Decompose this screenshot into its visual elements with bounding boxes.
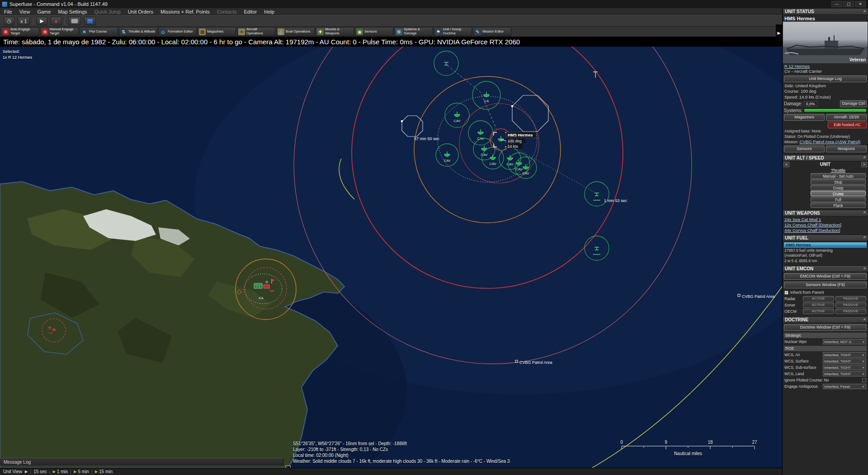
- collapse-icon[interactable]: ^: [863, 155, 866, 160]
- menu-file[interactable]: File: [4, 9, 12, 14]
- oecm-passive-button[interactable]: PASSIVE: [835, 309, 867, 314]
- nuclear-wpn-dropdown[interactable]: Inherited, NOT G ▼: [823, 339, 866, 344]
- mission-line: Mission: CVBG Patrol Area (ASW Patrol): [783, 139, 868, 145]
- view-mode-label[interactable]: Unit View: [3, 469, 22, 474]
- menu-help[interactable]: Help: [264, 9, 274, 14]
- emcon-window-button[interactable]: EMCON Window (Ctrl + F9): [784, 273, 867, 280]
- unit-class-link[interactable]: R 12 Hermes: [783, 63, 868, 69]
- unit-emcon-header[interactable]: UNIT EMCON ^: [783, 265, 868, 272]
- collapse-icon[interactable]: ^: [863, 318, 866, 322]
- mission-link[interactable]: CVBG Patrol Area (ASW Patrol): [800, 139, 861, 144]
- ribbon-mounts-weapons[interactable]: ✚Mounts & Weapons: [316, 27, 354, 36]
- printer-icon[interactable]: [68, 17, 81, 25]
- ignore-plotted-course-row[interactable]: Ignore Plotted Course: No: [783, 377, 868, 383]
- speed-1-min[interactable]: ▶ 1 min: [53, 469, 68, 474]
- unit-message-log-button[interactable]: Unit Message Log: [784, 75, 867, 82]
- sonar-passive-button[interactable]: PASSIVE: [835, 302, 867, 308]
- minimize-button[interactable]: —: [831, 1, 842, 7]
- manual-set-auto-button[interactable]: Manual - Set Auto: [811, 173, 866, 179]
- map-area[interactable]: 57 min 50 sec CA CAV CA: [0, 47, 782, 468]
- weapon-link[interactable]: 44x Corvus Chaff [Seduction]: [783, 227, 868, 233]
- prev-unit-button[interactable]: <: [783, 162, 789, 167]
- record-icon[interactable]: ●: [51, 17, 61, 25]
- sensors-window-button[interactable]: Sensors Window (F9): [784, 282, 867, 288]
- menu-map-settings[interactable]: Map Settings: [58, 9, 87, 14]
- throttle-full-button[interactable]: Full: [811, 197, 866, 202]
- menu-unit-orders[interactable]: Unit Orders: [128, 9, 153, 14]
- wcs-subsurface-dropdown[interactable]: Inherited, TIGHT ▼: [823, 365, 866, 370]
- clock-icon[interactable]: ◷: [4, 17, 14, 25]
- doctrine-header[interactable]: DOCTRINE ^: [783, 316, 868, 323]
- throttle-stop-button[interactable]: Stop: [811, 179, 866, 184]
- speed-5-min[interactable]: ▶ 5 min: [74, 469, 89, 474]
- menu-view[interactable]: View: [19, 9, 30, 14]
- radar-active-button[interactable]: ACTIVE: [803, 296, 834, 301]
- throttle-flank-button[interactable]: Flank: [811, 202, 866, 208]
- map-info-icon[interactable]: [285, 466, 291, 468]
- ribbon-systems-damage[interactable]: ⚙Systems & Damage: [394, 27, 433, 36]
- doctrine-window-button[interactable]: Doctrine Window (Ctrl + F9): [784, 324, 867, 331]
- maximize-button[interactable]: ▢: [843, 1, 854, 7]
- ribbon-auto-engage-target[interactable]: ⊕Auto Engage Target: [1, 27, 39, 36]
- damage-ctrl-button[interactable]: Damage Ctrl: [840, 100, 867, 107]
- wcs-land-dropdown[interactable]: Inherited, TIGHT ▼: [823, 371, 866, 376]
- collapse-icon[interactable]: ^: [863, 211, 866, 215]
- app-window: Superfuse - Command v1.04 - Build 1147.4…: [0, 0, 868, 475]
- ribbon-plot-course[interactable]: ✕Plot Course: [80, 27, 118, 36]
- throttle-creep-button[interactable]: Creep: [811, 185, 866, 190]
- wcs-surface-dropdown[interactable]: Inherited, TIGHT ▼: [823, 358, 866, 364]
- ribbon-mission-editor[interactable]: ✎Mission Editor: [473, 27, 511, 36]
- weapon-link[interactable]: 12x Corvus Chaff [Distraction]: [783, 222, 868, 227]
- unit-photo: Veteran: [783, 22, 868, 63]
- checkbox-checked-icon[interactable]: ✓: [784, 291, 788, 295]
- collapse-icon[interactable]: ^: [863, 267, 866, 271]
- unit-alt-speed-header[interactable]: UNIT ALT / SPEED ^: [783, 155, 868, 161]
- unit-weapons-header[interactable]: UNIT WEAPONS ^: [783, 210, 868, 216]
- sonar-active-button[interactable]: ACTIVE: [803, 302, 834, 308]
- speed-15-min[interactable]: ▶ 15 min: [95, 469, 113, 474]
- time-scale-button[interactable]: x 1: [18, 17, 30, 25]
- ribbon-aircraft-operations[interactable]: ✈Aircraft Operations: [237, 27, 275, 36]
- screenshot-icon[interactable]: [84, 17, 96, 25]
- magazines-button[interactable]: Magazines: [784, 114, 825, 121]
- step-play-icon[interactable]: ▶: [25, 470, 28, 474]
- checkbox-unchecked-icon[interactable]: [862, 378, 866, 382]
- chevron-down-icon: ▼: [862, 366, 865, 369]
- inherit-parent-row[interactable]: ✓ Inherit from Parent: [783, 289, 868, 296]
- weapon-link[interactable]: 24x Sea Cat Mod 1: [783, 216, 868, 222]
- tactical-map[interactable]: 57 min 50 sec CA CAV CA: [0, 47, 782, 468]
- panel-collapse-arrow[interactable]: ▶: [776, 24, 782, 42]
- unit-status-header[interactable]: UNIT STATUS ^: [783, 8, 868, 15]
- ribbon-unit-group-doctrine[interactable]: ⚑Unit / Group Doctrine: [434, 27, 472, 36]
- ribbon-magazines[interactable]: ▦Magazines: [198, 27, 236, 36]
- menu-editor[interactable]: Editor: [244, 9, 257, 14]
- collapse-icon[interactable]: ^: [863, 235, 866, 240]
- unit-nav-row: < UNIT >: [783, 161, 868, 168]
- ribbon-boat-operations[interactable]: ⚓Boat Operations: [276, 27, 315, 36]
- oecm-active-button[interactable]: ACTIVE: [803, 309, 834, 314]
- collapse-icon[interactable]: ^: [863, 9, 866, 14]
- weapons-button[interactable]: Weapons: [826, 146, 867, 152]
- aircraft-button[interactable]: Aircraft: 15/20: [826, 114, 867, 121]
- ribbon-manual-engage-target[interactable]: ⊗Manual Engage Target: [40, 27, 79, 36]
- ribbon-sensors[interactable]: ◉Sensors: [355, 27, 393, 36]
- next-unit-button[interactable]: >: [861, 162, 867, 167]
- close-button[interactable]: ✕: [855, 1, 866, 7]
- edit-hosted-ac-button[interactable]: Edit hosted AC: [828, 122, 867, 128]
- throttle-label: Throttle: [811, 168, 866, 173]
- formation-editor-icon: ◇: [160, 28, 166, 35]
- unit-fuel-header[interactable]: UNIT FUEL ^: [783, 235, 868, 241]
- damage-label: Damage:: [784, 101, 802, 106]
- engage-ambiguous-dropdown[interactable]: Inherited, Pessir ▼: [823, 384, 866, 389]
- ribbon-throttle-altitude[interactable]: ⇅Throttle & Altitude: [119, 27, 157, 36]
- radar-passive-button[interactable]: PASSIVE: [835, 296, 867, 301]
- menu-game[interactable]: Game: [37, 9, 51, 14]
- ribbon-formation-editor[interactable]: ◇Formation Editor: [158, 27, 197, 36]
- wcs-air-dropdown[interactable]: Inherited, TIGHT ▼: [823, 352, 866, 357]
- throttle-cruise-button[interactable]: Cruise: [811, 191, 866, 196]
- speed-15-sec[interactable]: 15 sec: [33, 469, 47, 474]
- sensors-button[interactable]: Sensors: [784, 146, 825, 152]
- message-log-bar[interactable]: Message Log: [0, 458, 283, 466]
- menu-missions-ref-points[interactable]: Missions + Ref. Points: [160, 9, 210, 14]
- play-icon[interactable]: ▶: [37, 17, 47, 25]
